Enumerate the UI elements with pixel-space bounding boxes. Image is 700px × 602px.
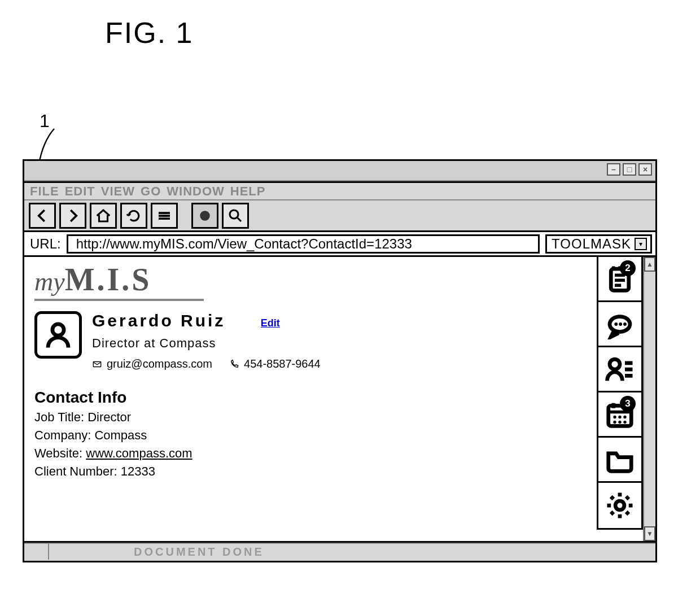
- value-job-title: Director: [88, 410, 131, 424]
- menu-view[interactable]: VIEW: [101, 184, 135, 199]
- url-field[interactable]: http://www.myMIS.com/View_Contact?Contac…: [67, 234, 540, 254]
- print-button[interactable]: [191, 203, 218, 229]
- label-website: Website: [34, 446, 79, 460]
- tool-settings[interactable]: [598, 483, 641, 528]
- url-bar: URL: http://www.myMIS.com/View_Contact?C…: [24, 232, 655, 257]
- contact-title: Director at Compass: [92, 336, 321, 351]
- mail-icon: [92, 359, 102, 369]
- bars-icon: [156, 207, 173, 224]
- email-field[interactable]: gruiz@compass.com: [92, 357, 212, 370]
- menubar: FILE EDIT VIEW GO WINDOW HELP: [24, 181, 655, 200]
- menu-window[interactable]: WINDOW: [167, 184, 225, 199]
- maximize-button[interactable]: □: [623, 163, 636, 176]
- contact-info-header: Contact Info: [34, 389, 587, 407]
- badge: 3: [620, 396, 636, 412]
- url-label: URL:: [30, 236, 61, 252]
- reload-button[interactable]: [120, 203, 147, 229]
- chevron-down-icon: ▾: [635, 238, 647, 250]
- svg-point-0: [200, 211, 210, 221]
- svg-point-9: [618, 415, 621, 418]
- callout-1: 1: [40, 111, 50, 132]
- value-company: Compass: [94, 428, 147, 442]
- menu-go[interactable]: GO: [141, 184, 161, 199]
- badge: 2: [620, 260, 636, 276]
- email-value: gruiz@compass.com: [107, 357, 212, 370]
- statusbar-cell: [24, 544, 49, 560]
- svg-point-1: [230, 210, 238, 219]
- toolmask-dropdown[interactable]: TOOLMASK ▾: [545, 234, 652, 254]
- svg-point-3: [614, 322, 618, 326]
- phone-value: 454-8587-9644: [244, 357, 321, 370]
- arrow-left-icon: [34, 207, 51, 224]
- phone-icon: [229, 359, 239, 369]
- phone-field[interactable]: 454-8587-9644: [229, 357, 321, 370]
- value-client-number: 12333: [121, 464, 155, 478]
- tool-notes[interactable]: 2: [598, 257, 641, 302]
- search-button[interactable]: [222, 203, 249, 229]
- logo-main: M.I.S: [65, 262, 152, 297]
- contact-name: Gerardo Ruiz: [92, 311, 225, 330]
- tool-chat[interactable]: [598, 302, 641, 347]
- minimize-button[interactable]: –: [607, 163, 620, 176]
- user-icon: [43, 320, 73, 350]
- menu-edit[interactable]: EDIT: [65, 184, 95, 199]
- svg-point-8: [613, 415, 616, 418]
- toolmask-label: TOOLMASK: [552, 236, 631, 252]
- forward-button[interactable]: [59, 203, 86, 229]
- svg-point-15: [53, 324, 64, 335]
- svg-point-10: [623, 415, 626, 418]
- url-value: http://www.myMIS.com/View_Contact?Contac…: [76, 236, 412, 252]
- statusbar-text: DOCUMENT DONE: [49, 546, 264, 559]
- label-job-title: Job Title: [34, 410, 81, 424]
- scroll-up-icon[interactable]: ▲: [644, 257, 655, 272]
- scrollbar[interactable]: ▲ ▼: [643, 257, 655, 541]
- print-icon: [196, 207, 213, 224]
- svg-point-12: [618, 420, 621, 423]
- content-area: 2 3 ▲ ▼ myM: [24, 257, 655, 543]
- menu-help[interactable]: HELP: [230, 184, 266, 199]
- tool-folder[interactable]: [598, 438, 641, 483]
- stop-button[interactable]: [151, 203, 178, 229]
- toolmask-panel: 2 3: [597, 257, 643, 530]
- svg-point-4: [619, 322, 622, 326]
- page-body: myM.I.S Gerardo Ruiz Edit Director at Co…: [24, 257, 597, 541]
- browser-window: – □ × FILE EDIT VIEW GO WINDOW HELP: [23, 159, 657, 562]
- home-button[interactable]: [90, 203, 117, 229]
- folder-icon: [605, 444, 635, 475]
- svg-point-14: [615, 501, 624, 510]
- svg-point-11: [613, 420, 616, 423]
- back-button[interactable]: [29, 203, 56, 229]
- home-icon: [95, 207, 112, 224]
- chat-icon: [605, 309, 635, 339]
- svg-point-13: [623, 420, 626, 423]
- figure-label: FIG. 1: [105, 16, 193, 50]
- contacts-icon: [605, 354, 635, 385]
- titlebar: – □ ×: [24, 161, 655, 181]
- label-company: Company: [34, 428, 88, 442]
- nav-toolbar: [24, 200, 655, 232]
- scroll-down-icon[interactable]: ▼: [644, 526, 655, 541]
- contact-info-block: Contact Info Job Title: Director Company…: [34, 389, 587, 479]
- website-link[interactable]: www.compass.com: [86, 446, 192, 460]
- reload-icon: [125, 207, 142, 224]
- avatar: [34, 311, 82, 359]
- svg-point-6: [610, 359, 620, 369]
- gear-icon: [605, 490, 635, 521]
- menu-file[interactable]: FILE: [30, 184, 59, 199]
- tool-calendar[interactable]: 3: [598, 392, 641, 438]
- logo-underline: [34, 299, 204, 301]
- svg-point-5: [623, 322, 627, 326]
- status-bar: DOCUMENT DONE: [24, 543, 655, 560]
- logo: myM.I.S: [34, 261, 587, 301]
- tool-contacts[interactable]: [598, 347, 641, 392]
- label-client-number: Client Number: [34, 464, 114, 478]
- search-icon: [227, 207, 244, 224]
- close-button[interactable]: ×: [638, 163, 652, 176]
- edit-link[interactable]: Edit: [261, 317, 280, 329]
- arrow-right-icon: [64, 207, 81, 224]
- logo-prefix: my: [34, 267, 65, 296]
